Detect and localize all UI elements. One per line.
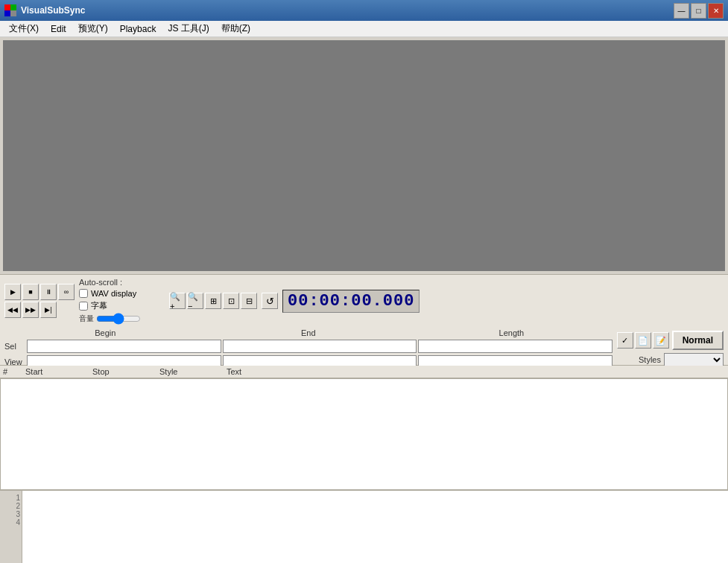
normal-button[interactable]: Normal (672, 331, 724, 350)
line-num-2: 2 (1, 502, 20, 510)
svg-rect-1 (10, 4, 16, 10)
subtitle-checkbox[interactable] (79, 302, 88, 311)
end-header: End (208, 328, 410, 337)
video-area (3, 40, 725, 271)
auto-scroll-label: Auto-scroll : (79, 278, 165, 287)
subtitle-label: 字幕 (91, 300, 107, 311)
menu-bar: 文件(X) Edit 预览(Y) Playback JS 工具(J) 帮助(Z) (0, 21, 728, 37)
svg-rect-2 (4, 10, 10, 16)
stop-button[interactable]: ■ (22, 284, 39, 300)
sel-length-input[interactable] (418, 340, 613, 353)
timer-display: 00:00:00.000 (282, 290, 420, 313)
doc-icon-button[interactable]: 📄 (635, 332, 651, 349)
title-controls: — □ ✕ (674, 3, 724, 19)
sel-end-input[interactable] (223, 340, 417, 353)
check-icon-button[interactable]: ✓ (617, 332, 633, 349)
edit-doc-icon-button[interactable]: 📝 (653, 332, 669, 349)
styles-label: Styles (639, 355, 661, 364)
zoom-row: 🔍+ 🔍− ⊞ ⊡ ⊟ (169, 293, 257, 309)
subtitle-row: 字幕 (79, 300, 165, 311)
right-controls: ✓ 📄 📝 Normal Styles (617, 331, 724, 366)
col-header-stop: Stop (92, 367, 159, 376)
table-content[interactable] (0, 378, 728, 490)
sel-begin-input[interactable] (27, 340, 221, 353)
begin-header: Begin (4, 328, 206, 337)
app-icon (4, 4, 16, 16)
zoom-sel2-button[interactable]: ⊟ (241, 293, 257, 309)
sel-label: Sel (4, 342, 25, 351)
styles-row: Styles (639, 353, 724, 366)
title-bar-left: VisualSubSync (4, 4, 85, 16)
zoom-all-button[interactable]: ⊞ (205, 293, 221, 309)
main-container: ▶ ■ ⏸ ∞ ◀◀ ▶▶ ▶| Auto-scroll : WAV displ… (0, 37, 728, 563)
icon-btns: ✓ 📄 📝 (617, 332, 669, 349)
svg-rect-3 (10, 10, 16, 16)
title-bar: VisualSubSync — □ ✕ (0, 0, 728, 21)
close-button[interactable]: ✕ (708, 3, 724, 19)
styles-dropdown[interactable] (664, 353, 724, 366)
controls-row: ▶ ■ ⏸ ∞ ◀◀ ▶▶ ▶| Auto-scroll : WAV displ… (0, 274, 728, 366)
transport-row-top: ▶ ■ ⏸ ∞ (4, 284, 75, 300)
app-title: VisualSubSync (21, 5, 85, 16)
wav-display-label: WAV display (91, 289, 136, 298)
bel-header: Begin End Length (4, 328, 613, 337)
view-label: View (4, 357, 25, 366)
volume-label: 音量 (79, 314, 94, 324)
menu-edit[interactable]: Edit (45, 22, 72, 36)
volume-slider[interactable] (96, 315, 141, 322)
svg-rect-0 (4, 4, 10, 10)
text-editor[interactable] (22, 491, 728, 563)
line-num-4: 4 (1, 518, 20, 527)
col-header-start: Start (25, 367, 92, 376)
transport-group: ▶ ■ ⏸ ∞ ◀◀ ▶▶ ▶| (4, 284, 75, 318)
play-button[interactable]: ▶ (4, 284, 21, 300)
menu-playback[interactable]: Playback (114, 22, 162, 36)
menu-file[interactable]: 文件(X) (3, 21, 45, 36)
zoom-group: 🔍+ 🔍− ⊞ ⊡ ⊟ (169, 293, 257, 309)
length-header: Length (411, 328, 613, 337)
zoom-in-button[interactable]: 🔍+ (169, 293, 186, 309)
line-num-1: 1 (1, 494, 20, 502)
menu-help[interactable]: 帮助(Z) (215, 21, 256, 36)
menu-preview[interactable]: 预览(Y) (72, 21, 114, 36)
table-header: # Start Stop Style Text (0, 366, 728, 378)
line-numbers: 1 2 3 4 (0, 491, 22, 563)
rewind-button[interactable]: ◀◀ (4, 302, 21, 318)
loop-button[interactable]: ∞ (58, 284, 75, 300)
col-header-text: Text (227, 367, 725, 376)
auto-scroll-group: Auto-scroll : WAV display 字幕 音量 (79, 278, 165, 324)
transport-row-bottom: ◀◀ ▶▶ ▶| (4, 302, 75, 318)
wav-display-checkbox[interactable] (79, 289, 88, 298)
menu-js-tools[interactable]: JS 工具(J) (162, 21, 215, 36)
bottom-editor: 1 2 3 4 (0, 490, 728, 563)
col-header-style: Style (159, 367, 227, 376)
undo-button[interactable]: ↺ (262, 293, 278, 309)
zoom-sel-button[interactable]: ⊡ (223, 293, 239, 309)
volume-row: 音量 (79, 314, 165, 324)
skipend-button[interactable]: ▶| (40, 302, 57, 318)
col-header-num: # (3, 367, 25, 376)
sel-row: Sel (4, 340, 613, 353)
pause-button[interactable]: ⏸ (40, 284, 57, 300)
zoom-out-button[interactable]: 🔍− (187, 293, 203, 309)
maximize-button[interactable]: □ (691, 3, 706, 19)
line-num-3: 3 (1, 510, 20, 518)
wav-display-row: WAV display (79, 289, 165, 298)
bel-section: Begin End Length Sel View (4, 328, 613, 369)
forward-button[interactable]: ▶▶ (22, 302, 39, 318)
minimize-button[interactable]: — (674, 3, 689, 19)
